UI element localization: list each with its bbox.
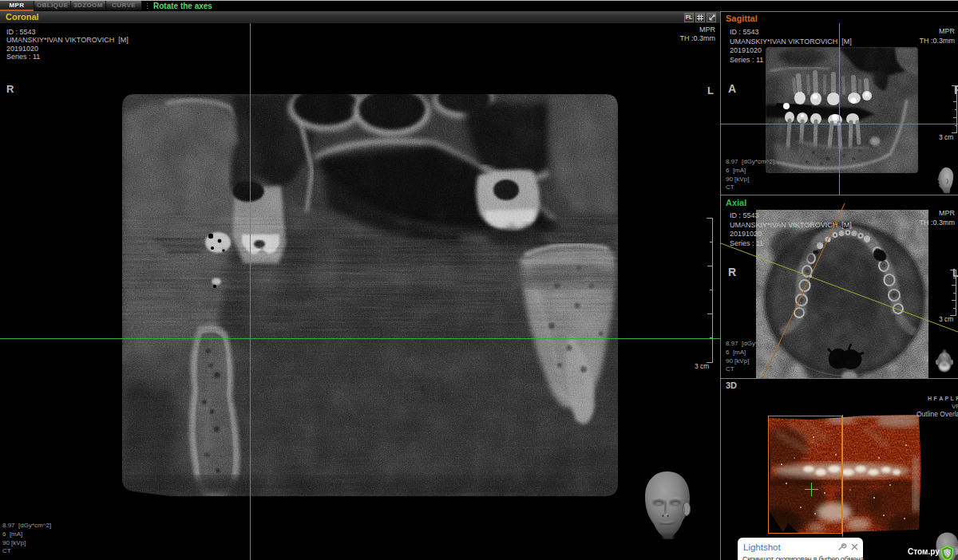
fl-button[interactable]: FL bbox=[684, 13, 694, 22]
tab-oblique[interactable]: OBLIQUE bbox=[34, 1, 71, 10]
tab-curve[interactable]: CURVE bbox=[106, 1, 142, 10]
panel-sagittal[interactable]: Sagittal ID : 5543UMANSKIY*IVAN VIKTOROV… bbox=[721, 11, 958, 195]
render-mode-label: VR bbox=[952, 403, 958, 410]
thickness-label: TH :0.3mm bbox=[679, 34, 715, 42]
close-icon[interactable] bbox=[851, 543, 858, 550]
roi-box[interactable] bbox=[768, 416, 842, 534]
dose-info-overlay: 8.97 [dGy*cm^2]6 [mA] 90 [kVp]CT bbox=[726, 340, 774, 374]
reference-line-yellow[interactable] bbox=[721, 243, 958, 332]
crosshair-center-dot bbox=[810, 275, 812, 278]
crosshair-center-dot bbox=[838, 123, 841, 125]
crosshair-horizontal-green[interactable] bbox=[0, 338, 721, 339]
panel-3d[interactable]: 3D H F A P L R VR Outline Overlay bbox=[721, 378, 958, 560]
sagittal-ct-image[interactable] bbox=[766, 47, 918, 173]
reference-line-orange[interactable] bbox=[762, 203, 845, 378]
sagittal-title: Sagittal bbox=[726, 14, 758, 23]
orientation-label-left: L bbox=[707, 85, 714, 97]
panel-axial[interactable]: Axial ID : 5543UMANSKIY*IVAN VIKTOROVICH… bbox=[721, 195, 958, 378]
roi-vertical-line[interactable] bbox=[842, 415, 843, 537]
watermark-text: Стом.ру bbox=[908, 546, 940, 556]
scale-ruler bbox=[948, 268, 957, 319]
patient-info-overlay: ID : 5543UMANSKIY*IVAN VIKTOROVICH [M] 2… bbox=[730, 28, 852, 65]
window-top-edge bbox=[0, 0, 958, 1]
lightshot-message: Скриншот скопирован в буфер обмена bbox=[742, 555, 864, 560]
scale-label: 3 cm bbox=[939, 133, 953, 141]
tab-bar: MPR OBLIQUE 3DZOOM CURVE Rotate the axes bbox=[0, 0, 958, 11]
settings-wrench-icon[interactable] bbox=[837, 543, 847, 551]
resize-button[interactable] bbox=[707, 13, 716, 22]
coronal-title: Coronal bbox=[6, 12, 39, 22]
outline-overlay-label: Outline Overlay bbox=[916, 410, 958, 418]
crosshair-vertical-olive[interactable] bbox=[839, 23, 840, 195]
orientation-label-right: R bbox=[6, 83, 14, 95]
orientation-letters: H F A P L R bbox=[928, 396, 958, 401]
mode-label: MPR bbox=[939, 27, 955, 35]
scale-ruler bbox=[949, 84, 958, 136]
orientation-label-anterior: A bbox=[728, 82, 736, 95]
orientation-head-front bbox=[641, 469, 694, 539]
tab-mpr[interactable]: MPR bbox=[0, 1, 34, 10]
mode-label: MPR bbox=[699, 26, 715, 34]
crosshair-vertical-orange[interactable] bbox=[250, 23, 251, 560]
orientation-head-top bbox=[936, 349, 953, 373]
tab-3dzoom[interactable]: 3DZOOM bbox=[71, 1, 106, 10]
resize-icon bbox=[708, 14, 715, 22]
3d-crosshair-vertical bbox=[811, 483, 812, 496]
thickness-label: TH :0.3mm bbox=[919, 37, 955, 45]
coronal-panel-header: Coronal FL bbox=[0, 11, 721, 23]
scale-ruler bbox=[703, 216, 715, 381]
orientation-head-profile bbox=[935, 167, 954, 194]
lightshot-popup[interactable]: Lightshot Скриншот скопирован в буфер об… bbox=[738, 538, 863, 560]
panel-divider bbox=[720, 11, 721, 560]
3d-title: 3D bbox=[726, 381, 737, 390]
lightshot-title: Lightshot bbox=[743, 542, 781, 552]
rotate-axes-status: Rotate the axes bbox=[153, 1, 212, 10]
panel-coronal[interactable]: Coronal FL ID : 5543UMANSKIY*IVAN VIKTOR… bbox=[0, 11, 721, 560]
coronal-ct-image[interactable] bbox=[122, 94, 618, 496]
grid-layout-button[interactable] bbox=[695, 13, 705, 22]
grid-icon bbox=[697, 14, 703, 21]
toolbar-separator-dots bbox=[146, 2, 149, 10]
scale-label: 3 cm bbox=[695, 362, 709, 370]
green-shield-icon bbox=[940, 546, 954, 560]
dose-info-overlay: 8.97 [dGy*cm^2]6 [mA] 90 [kVp]CT bbox=[726, 158, 774, 192]
patient-info-overlay: ID : 5543UMANSKIY*IVAN VIKTOROVICH [M] 2… bbox=[6, 28, 129, 61]
scale-label: 3 cm bbox=[939, 315, 953, 323]
dose-info-overlay: 8.97 [dGy*cm^2]6 [mA] 90 [kVp]CT bbox=[2, 522, 51, 556]
